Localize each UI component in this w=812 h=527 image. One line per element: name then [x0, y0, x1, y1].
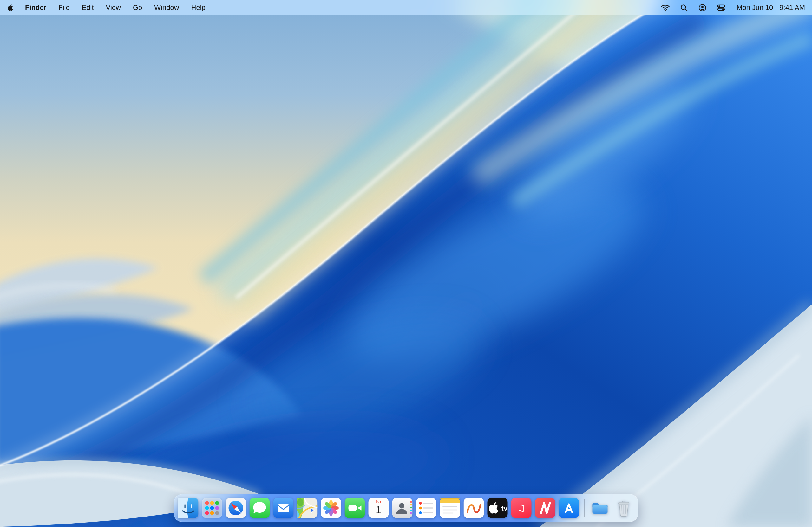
finder-icon [178, 498, 199, 518]
calendar-day-number: 1 [376, 504, 381, 515]
apple-icon [488, 498, 501, 518]
menu-item-edit[interactable]: Edit [82, 3, 94, 12]
dock-icon-apple-tv[interactable]: tv [488, 498, 508, 518]
contacts-icon [392, 498, 413, 518]
menu-item-finder[interactable]: Finder [25, 3, 46, 12]
launchpad-icon [202, 498, 222, 518]
dock-icon-mail[interactable] [273, 498, 294, 518]
dock-icon-freeform[interactable] [464, 498, 484, 518]
music-note-icon: ♫ [517, 503, 525, 513]
dock-icon-facetime[interactable] [345, 498, 365, 518]
control-center-icon[interactable] [717, 4, 725, 12]
spotlight-search-icon[interactable] [680, 4, 688, 11]
dock-icon-contacts[interactable] [392, 498, 413, 518]
clock-date: Mon Jun 10 [737, 3, 773, 12]
dock: Tue 1 [174, 494, 638, 522]
dock-icon-trash[interactable] [614, 498, 634, 518]
dock-icon-app-store[interactable] [559, 498, 579, 518]
user-switch-icon[interactable] [698, 4, 706, 12]
facetime-icon [345, 498, 365, 518]
menu-bar: Finder File Edit View Go Window Help [0, 0, 812, 15]
dock-icon-notes[interactable] [440, 498, 460, 518]
menu-item-go[interactable]: Go [133, 3, 142, 12]
maps-icon [297, 498, 318, 518]
dock-icon-messages[interactable] [250, 498, 270, 518]
dock-divider [584, 499, 585, 517]
menu-item-help[interactable]: Help [191, 3, 205, 12]
dock-icon-photos[interactable] [321, 498, 341, 518]
menu-item-view[interactable]: View [106, 3, 121, 12]
menu-item-file[interactable]: File [58, 3, 70, 12]
reminders-icon [416, 498, 436, 518]
wifi-icon[interactable] [661, 4, 670, 11]
notes-icon [440, 498, 460, 518]
app-store-icon [559, 498, 579, 518]
desktop-wallpaper [0, 0, 812, 527]
messages-icon [250, 498, 270, 518]
folder-icon [590, 498, 610, 518]
dock-icon-downloads-folder[interactable] [590, 498, 610, 518]
calendar-weekday-label: Tue [376, 500, 381, 503]
mail-icon [273, 498, 294, 518]
dock-icon-reminders[interactable] [416, 498, 436, 518]
menu-bar-clock[interactable]: Mon Jun 10 9:41 AM [737, 3, 805, 12]
dock-icon-calendar[interactable]: Tue 1 [368, 498, 389, 518]
dock-icon-launchpad[interactable] [202, 498, 222, 518]
dock-icon-safari[interactable] [226, 498, 246, 518]
menu-bar-right: Mon Jun 10 9:41 AM [661, 3, 805, 12]
menu-item-window[interactable]: Window [154, 3, 179, 12]
trash-icon [614, 498, 634, 518]
dock-icon-maps[interactable] [297, 498, 318, 518]
freeform-icon [464, 498, 484, 518]
dock-icon-news[interactable] [535, 498, 555, 518]
news-icon [535, 498, 555, 518]
dock-icon-finder[interactable] [178, 498, 199, 518]
wallpaper-art [0, 0, 812, 527]
clock-time: 9:41 AM [779, 3, 805, 12]
safari-icon [226, 498, 246, 518]
apple-icon [7, 4, 14, 11]
dock-icon-music[interactable]: ♫ [511, 498, 532, 518]
photos-icon [321, 498, 341, 518]
menu-bar-left: Finder File Edit View Go Window Help [7, 3, 205, 12]
apple-menu[interactable] [7, 4, 14, 11]
tv-label: tv [502, 505, 508, 511]
